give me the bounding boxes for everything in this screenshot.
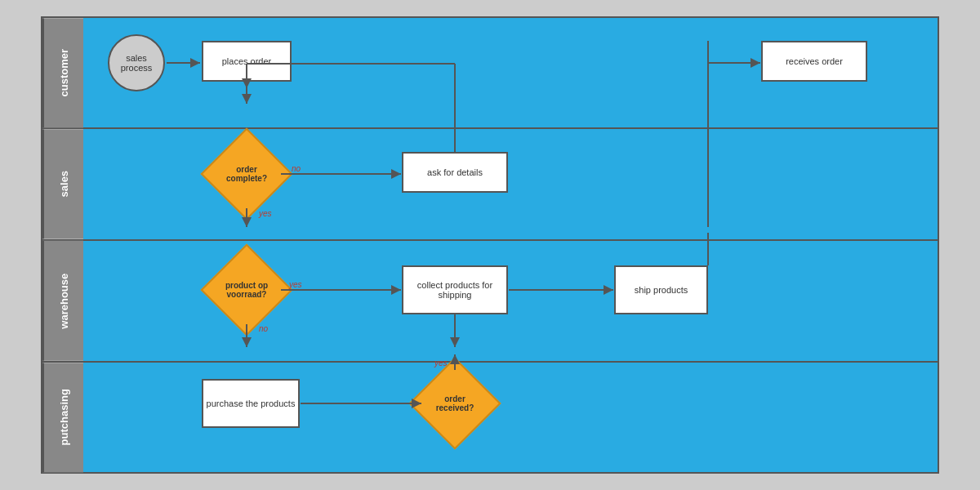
product-voorraad-shape: product op voorraad? bbox=[200, 243, 292, 336]
lane-warehouse: warehouse product op voorraad? collect p… bbox=[42, 241, 938, 363]
places-order-shape: places order bbox=[202, 41, 292, 82]
lane-sales: sales order complete? ask for details bbox=[42, 129, 938, 240]
collect-products-shape: collect products for shipping bbox=[402, 265, 508, 314]
purchase-products-label: purchase the products bbox=[207, 399, 296, 408]
order-complete-label: order complete? bbox=[218, 165, 275, 183]
lane-putchasing: putchasing purchase the products order r… bbox=[42, 363, 938, 472]
ask-for-details-label: ask for details bbox=[427, 167, 483, 177]
lane-customer: customer sales process places order rece… bbox=[42, 18, 938, 129]
lane-label-sales: sales bbox=[42, 129, 83, 238]
product-voorraad-label: product op voorraad? bbox=[218, 281, 275, 299]
yes-label-putchasing: yes bbox=[434, 359, 448, 368]
lane-label-warehouse: warehouse bbox=[42, 241, 83, 361]
sales-process-shape: sales process bbox=[108, 34, 165, 91]
order-received-shape: order received? bbox=[408, 357, 501, 449]
collect-products-label: collect products for shipping bbox=[403, 280, 506, 300]
diagram-container: customer sales process places order rece… bbox=[41, 16, 939, 474]
order-received-label: order received? bbox=[426, 394, 483, 412]
no-label-warehouse: no bbox=[259, 324, 268, 333]
lane-content-sales: order complete? ask for details bbox=[83, 129, 938, 238]
ship-products-shape: ship products bbox=[614, 265, 708, 314]
ask-for-details-shape: ask for details bbox=[402, 152, 508, 193]
sales-process-label: sales process bbox=[121, 53, 153, 73]
yes-label-warehouse: yes bbox=[289, 280, 302, 289]
lane-label-putchasing: putchasing bbox=[42, 363, 83, 472]
receives-order-label: receives order bbox=[786, 56, 843, 66]
no-label-sales: no bbox=[292, 164, 301, 173]
ship-products-label: ship products bbox=[635, 285, 688, 295]
lane-content-putchasing: purchase the products order received? ye… bbox=[83, 363, 938, 472]
lane-content-warehouse: product op voorraad? collect products fo… bbox=[83, 241, 938, 361]
places-order-label: places order bbox=[222, 56, 272, 66]
receives-order-shape: receives order bbox=[761, 41, 867, 82]
yes-label-sales: yes bbox=[259, 209, 272, 218]
lane-label-customer: customer bbox=[42, 18, 83, 127]
purchase-products-shape: purchase the products bbox=[202, 379, 300, 428]
order-complete-shape: order complete? bbox=[200, 128, 292, 220]
lane-content-customer: sales process places order receives orde… bbox=[83, 18, 938, 127]
